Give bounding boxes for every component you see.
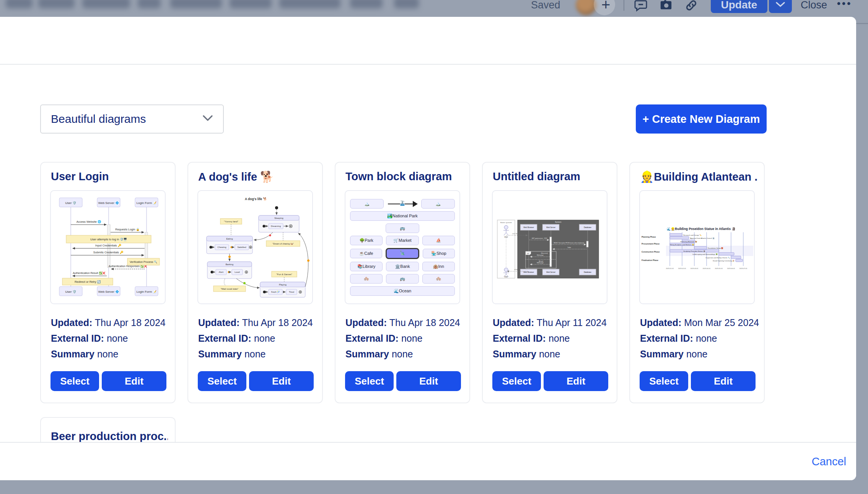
seq-actor-label: Login Form 📝	[137, 290, 157, 293]
state-label: Eating	[226, 238, 233, 240]
collection-dropdown-value: Beautiful diagrams	[51, 112, 146, 126]
actor-label: User	[504, 236, 508, 238]
card-meta: Updated: Mon Mar 25 2024 External ID: no…	[640, 315, 759, 362]
gantt-task: Research and Design ✏️	[683, 234, 702, 236]
close-button[interactable]: Close	[801, 0, 827, 11]
state-label: Satisfied	[237, 246, 246, 248]
edit-button[interactable]: Edit	[691, 371, 756, 391]
gantt-section: Finalisation Phase	[642, 259, 658, 261]
seq-message: Authentication Result ✅❌	[73, 271, 106, 275]
town-node-bus: 🚌	[386, 274, 419, 284]
select-button[interactable]: Select	[50, 371, 99, 391]
lifeline-label: Database	[584, 227, 591, 228]
state-note: "Mad vocal state"	[221, 288, 238, 290]
cancel-button[interactable]: Cancel	[812, 455, 846, 468]
state-label: Sleeping	[274, 217, 283, 219]
comment-icon[interactable]	[633, 0, 648, 14]
seq-actor-label: User 🛡️	[65, 290, 76, 293]
uml-sequence-preview: Buiten systeem User User System	[493, 191, 607, 304]
screen: Saved + Update	[0, 0, 868, 494]
state-label: Fetch 🎾	[271, 290, 280, 293]
camera-icon[interactable]	[660, 0, 673, 13]
save-status: Saved	[531, 0, 560, 11]
diagram-picker-modal: Beautiful diagrams + Create New Diagram …	[0, 17, 856, 480]
town-node-shop: 🏪Shop	[423, 249, 455, 258]
create-new-diagram-button[interactable]: + Create New Diagram	[636, 104, 767, 134]
blurred-toolbar-content	[82, 0, 130, 8]
diagram-card-untitled: Untitled diagram Buiten systeem	[482, 162, 617, 403]
edit-button[interactable]: Edit	[544, 371, 608, 391]
meta-external-id: External ID: none	[640, 331, 759, 346]
meta-summary: Summary none	[493, 346, 607, 362]
edit-button[interactable]: Edit	[249, 371, 314, 391]
state-label: Alert	[219, 271, 224, 273]
seq-actor-label: Web Server 💠	[98, 201, 119, 205]
select-button[interactable]: Select	[198, 371, 246, 391]
gantt-date: 2023-07-01	[739, 267, 747, 269]
diagram-card-title: Town block diagram	[345, 170, 462, 183]
town-node-inn: 🏨Inn	[422, 262, 455, 271]
diagram-thumbnail: 🌊👷Building Poseidon Statue in Atlantis 🗿…	[639, 190, 755, 304]
select-button[interactable]: Select	[492, 371, 541, 391]
blurred-toolbar-content	[38, 0, 75, 8]
blurred-toolbar-content	[394, 0, 419, 8]
seq-message: Submits Credentials 🔑	[93, 251, 124, 254]
edit-button[interactable]: Edit	[396, 371, 461, 391]
meta-updated: Updated: Mon Mar 25 2024	[640, 315, 759, 331]
blurred-toolbar-content	[138, 0, 161, 8]
toolbar-edge-line	[856, 23, 868, 24]
state-label: Chewing	[217, 246, 226, 248]
diagram-card-title: Untitled diagram	[493, 170, 610, 183]
diagram-thumbnail: User 🛡️ Web Server 💠 Login Form 📝 User 🛡…	[50, 190, 166, 304]
link-icon[interactable]	[684, 0, 699, 14]
meta-summary: Summary none	[640, 346, 759, 362]
state-note: "Dream of chasing 🐿️"	[272, 242, 293, 245]
chevron-down-icon	[202, 115, 213, 123]
seq-message: Access Website 🌐	[77, 220, 101, 223]
lifeline-label: Database	[584, 271, 591, 273]
avatar[interactable]	[576, 0, 596, 15]
select-button[interactable]: Select	[640, 371, 688, 391]
more-menu-icon[interactable]: •••	[837, 0, 852, 10]
gantt-task: Inspection and Safety Checks 🔍	[706, 257, 730, 259]
card-meta: Updated: Thu Apr 18 2024 External ID: no…	[345, 315, 460, 362]
meta-updated: Updated: Thu Apr 18 2024	[198, 315, 313, 331]
frame-label: Buiten systeem	[500, 222, 512, 223]
update-button[interactable]: Update	[711, 0, 767, 13]
meta-updated: Updated: Thu Apr 18 2024	[345, 315, 460, 331]
message: HTML	[515, 269, 519, 271]
town-node-national-park: 🏞️National Park	[350, 211, 455, 221]
town-node-boat: ⛵	[422, 236, 455, 245]
gantt-date: 2023-03-01	[690, 267, 699, 269]
blurred-toolbar-content	[279, 0, 340, 8]
gantt-date: 2023-05-01	[715, 267, 723, 269]
lifeline-label: Web Browser	[523, 271, 534, 273]
blurred-toolbar-content	[230, 0, 272, 8]
diagram-card-title: Beer production proc...	[51, 430, 168, 443]
collection-dropdown[interactable]: Beautiful diagrams	[40, 104, 224, 134]
cable-car-arrow: 🚠	[387, 199, 418, 208]
meta-summary: Summary none	[198, 346, 313, 362]
edit-button[interactable]: Edit	[102, 371, 166, 391]
meta-external-id: External ID: none	[198, 331, 313, 346]
gantt-date: 2023-02-01	[678, 267, 686, 269]
blurred-toolbar-content	[350, 0, 383, 8]
card-meta: Updated: Thu Apr 18 2024 External ID: no…	[198, 315, 313, 362]
state-note: "Fun & Games"	[276, 273, 292, 276]
lifeline-label: Web Browser	[523, 227, 534, 228]
cable-car-icon: 🚠	[387, 199, 418, 207]
seq-note: Redirect or Retry 🔄	[75, 280, 101, 284]
town-node-ocean: 🌊Ocean	[350, 286, 455, 296]
seq-actor-label: User 🛡️	[65, 201, 76, 205]
town-node-bus: 🚌	[386, 223, 419, 233]
select-button[interactable]: Select	[345, 371, 394, 391]
town-node-houses: 🏘️	[422, 274, 455, 284]
update-dropdown-chevron[interactable]	[769, 0, 792, 13]
editor-toolbar: Saved + Update	[0, 0, 868, 17]
diagram-card-title: A dog's life 🐕	[198, 170, 315, 183]
gantt-section: Construction Phase	[642, 251, 660, 253]
diagram-card-atlantean: 👷Building Atlantean ... 🌊👷Building Posei…	[629, 162, 765, 403]
meta-external-id: External ID: none	[493, 331, 607, 346]
invite-plus-icon[interactable]: +	[601, 0, 610, 12]
state-diagram-preview: A dog's life 🐕 Sleeping Dreaming "	[198, 191, 313, 304]
